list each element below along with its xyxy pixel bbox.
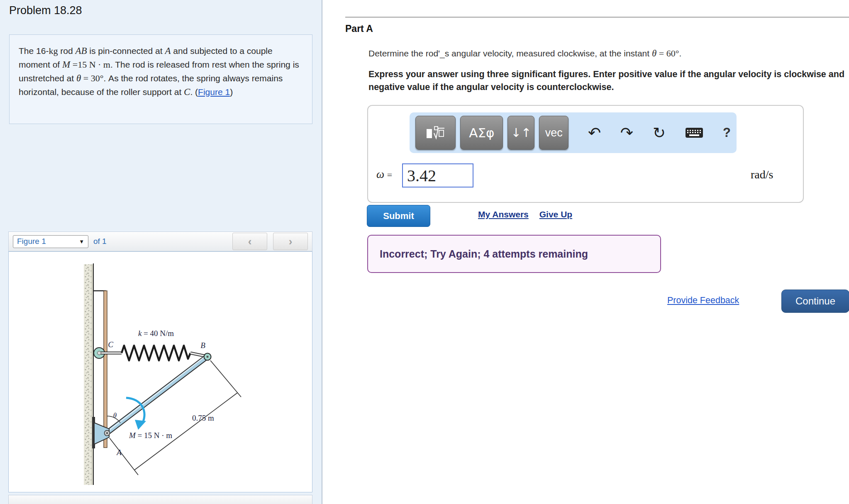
figure-link[interactable]: Figure 1 [198,87,230,97]
undo-icon[interactable]: ↶ [588,125,601,141]
instruction-text: Express your answer using three signific… [368,68,849,94]
redo-icon[interactable]: ↷ [620,125,633,141]
page-title: Problem 18.28 [9,4,82,17]
equation-toolbar: ΑΣφ ↓↑ vec ↶ ↷ ↻ ? [410,112,737,153]
feedback-message-box: Incorrect; Try Again; 4 attempts remaini… [367,235,661,273]
my-answers-link[interactable]: My Answers [478,209,529,219]
label-a: A [116,448,122,457]
roller-c [94,348,122,358]
arrows-button[interactable]: ↓↑ [507,116,534,150]
vector-button[interactable]: vec [539,116,568,150]
wall [84,263,106,485]
rail [104,291,107,448]
chevron-right-icon: › [289,235,293,248]
figure-select-value: Figure 1 [17,237,46,246]
feedback-message: Incorrect; Try Again; 4 attempts remaini… [380,248,588,260]
section-divider [345,17,849,18]
answer-unit: rad/s [751,168,773,181]
figure-canvas: C k = 40 N/m B θ M = 15 N · m A 0.75 m [8,251,312,492]
reset-icon[interactable]: ↻ [653,125,666,141]
continue-button[interactable]: Continue [781,290,849,313]
help-icon[interactable]: ? [723,125,731,140]
part-a-header: Part A [345,23,373,34]
next-section-bar [8,495,312,504]
figure-count-label: of 1 [93,237,107,246]
label-c: C [108,340,113,349]
answer-links: My Answers Give Up [478,209,572,219]
submit-button[interactable]: Submit [367,205,430,227]
answer-variable-label: ω = [376,168,392,181]
greek-symbols-button[interactable]: ΑΣφ [460,116,503,150]
equation-template-button[interactable] [415,116,456,150]
part-a-panel: Part A Determine the rod'_s angular velo… [323,0,849,504]
provide-feedback-link[interactable]: Provide Feedback [667,295,739,306]
label-moment: M = 15 N · m [129,431,172,440]
equation-actions: ↶ ↷ ↻ ? [588,125,731,141]
figure-prev-button[interactable]: ‹ [232,233,267,250]
figure-next-button[interactable]: › [273,233,308,250]
spring [122,346,205,360]
label-b: B [200,341,205,350]
label-theta: θ [113,411,117,419]
pin-bracket-a [94,423,110,444]
figure-diagram: C k = 40 N/m B θ M = 15 N · m A 0.75 m [9,252,312,492]
chevron-down-icon: ▼ [79,239,84,245]
label-spring: k = 40 N/m [138,329,174,338]
chevron-left-icon: ‹ [248,235,252,248]
label-length: 0.75 m [192,414,214,422]
question-text: Determine the rod'_s angular velocity, m… [368,48,846,59]
answer-input[interactable] [402,163,473,187]
figure-toolbar: Figure 1 ▼ of 1 ‹ › [8,231,312,251]
answer-panel: ΑΣφ ↓↑ vec ↶ ↷ ↻ ? [367,105,804,203]
give-up-link[interactable]: Give Up [539,209,572,219]
problem-panel: Problem 18.28 The 16-kg rod AB is pin-co… [0,0,322,504]
figure-select[interactable]: Figure 1 ▼ [13,235,88,248]
problem-statement: The 16-kg rod AB is pin-connected at A a… [9,34,312,124]
keyboard-icon[interactable] [685,127,703,139]
figure-nav: ‹ › [232,233,308,250]
equation-template-icon [425,125,446,141]
